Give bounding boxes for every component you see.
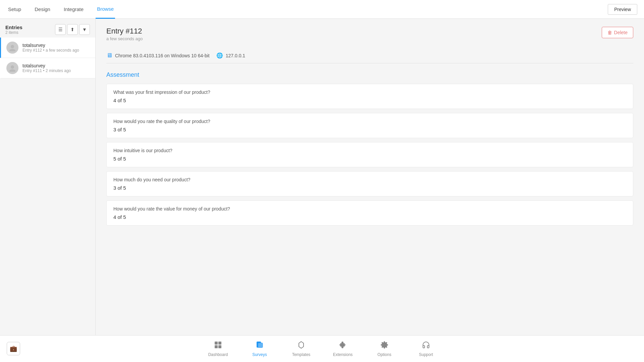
main-area: Entries 2 items ☰ ⬆ ▼ (0, 19, 644, 335)
sidebar-title-block: Entries 2 items (5, 24, 22, 35)
device-text: Chrome 83.0.4103.116 on Windows 10 64-bi… (115, 53, 210, 58)
extensions-icon (339, 341, 347, 351)
options-label: Options (377, 352, 391, 357)
sidebar-actions: ☰ ⬆ ▼ (55, 24, 90, 35)
support-icon (422, 341, 430, 351)
extensions-label: Extensions (333, 352, 353, 357)
portfolio-icon-button[interactable]: 💼 (7, 342, 20, 355)
globe-icon: 🌐 (216, 52, 223, 59)
answer-text: 5 of 5 (113, 156, 626, 162)
options-icon (380, 341, 388, 351)
filter-icon: ▼ (82, 27, 87, 32)
entry-info: totalsurvey Entry #112 • a few seconds a… (22, 43, 79, 53)
dashboard-label: Dashboard (208, 352, 228, 357)
bottom-nav-support[interactable]: Support (415, 341, 437, 357)
list-icon: ☰ (58, 27, 63, 32)
templates-icon (297, 341, 305, 351)
trash-icon: 🗑 (607, 30, 612, 35)
entry-item[interactable]: totalsurvey Entry #111 • 2 minutes ago (0, 58, 95, 78)
answer-text: 3 of 5 (113, 127, 626, 132)
question-text: How intuitive is our product? (113, 148, 626, 153)
bottom-navigation: Dashboard Surveys Templates Extensions O… (0, 335, 644, 362)
question-text: How would you rate the value for money o… (113, 206, 626, 212)
nav-design[interactable]: Design (33, 0, 52, 18)
svg-rect-4 (215, 342, 218, 345)
briefcase-icon: 💼 (10, 345, 17, 352)
nav-setup[interactable]: Setup (7, 0, 22, 18)
svg-rect-7 (218, 345, 221, 348)
question-card-2: How would you rate the quality of our pr… (106, 113, 633, 138)
entry-meta: Entry #112 • a few seconds ago (22, 48, 79, 53)
bottom-nav-surveys[interactable]: Surveys (249, 341, 270, 357)
surveys-label: Surveys (252, 352, 267, 357)
svg-point-3 (9, 69, 15, 72)
sidebar-count: 2 items (5, 30, 22, 35)
entry-item[interactable]: totalsurvey Entry #112 • a few seconds a… (0, 38, 95, 58)
bottom-nav-templates[interactable]: Templates (290, 341, 312, 357)
dashboard-icon (214, 341, 222, 351)
svg-rect-9 (258, 343, 263, 348)
sidebar-title: Entries (5, 24, 22, 30)
device-info-item: 🖥 Chrome 83.0.4103.116 on Windows 10 64-… (106, 52, 210, 59)
section-title: Assessment (106, 71, 633, 78)
question-text: What was your first impression of our pr… (113, 89, 626, 95)
svg-marker-10 (299, 342, 304, 348)
avatar (6, 42, 18, 54)
ip-info-item: 🌐 127.0.0.1 (216, 52, 245, 59)
entry-meta: Entry #111 • 2 minutes ago (22, 68, 71, 73)
entry-name: totalsurvey (22, 43, 79, 48)
bottom-nav-extensions[interactable]: Extensions (332, 341, 354, 357)
upload-button[interactable]: ⬆ (67, 24, 78, 35)
entry-info: totalsurvey Entry #111 • 2 minutes ago (22, 63, 71, 73)
top-navigation: Setup Design Integrate Browse Preview (0, 0, 644, 19)
monitor-icon: 🖥 (106, 52, 112, 59)
bottom-nav-dashboard[interactable]: Dashboard (207, 341, 229, 357)
delete-label: Delete (614, 30, 628, 35)
bottom-nav-options[interactable]: Options (374, 341, 395, 357)
filter-button[interactable]: ▼ (79, 24, 90, 35)
question-text: How much do you need our product? (113, 177, 626, 182)
preview-button[interactable]: Preview (608, 4, 637, 15)
svg-point-1 (9, 49, 15, 51)
list-view-button[interactable]: ☰ (55, 24, 66, 35)
entry-name: totalsurvey (22, 63, 71, 68)
answer-text: 4 of 5 (113, 214, 626, 220)
device-info-bar: 🖥 Chrome 83.0.4103.116 on Windows 10 64-… (106, 48, 633, 63)
assessment-section: Assessment What was your first impressio… (106, 71, 633, 226)
question-card-4: How much do you need our product? 3 of 5 (106, 171, 633, 196)
question-text: How would you rate the quality of our pr… (113, 119, 626, 124)
svg-rect-5 (218, 342, 221, 345)
answer-text: 3 of 5 (113, 185, 626, 191)
entry-title: Entry #112 (106, 27, 143, 36)
nav-browse[interactable]: Browse (96, 0, 115, 19)
ip-text: 127.0.0.1 (226, 53, 245, 58)
nav-integrate[interactable]: Integrate (62, 0, 85, 18)
svg-rect-6 (215, 345, 218, 348)
answer-text: 4 of 5 (113, 98, 626, 103)
upload-icon: ⬆ (70, 27, 74, 32)
svg-point-2 (11, 65, 14, 69)
question-card-5: How would you rate the value for money o… (106, 200, 633, 226)
svg-point-0 (11, 45, 14, 48)
nav-links: Setup Design Integrate Browse (7, 0, 115, 19)
question-card-3: How intuitive is our product? 5 of 5 (106, 142, 633, 167)
content-header: Entry #112 a few seconds ago 🗑 Delete (106, 27, 633, 41)
question-card-1: What was your first impression of our pr… (106, 84, 633, 109)
support-label: Support (419, 352, 433, 357)
entry-header-info: Entry #112 a few seconds ago (106, 27, 143, 41)
entry-timestamp: a few seconds ago (106, 36, 143, 41)
content-area: Entry #112 a few seconds ago 🗑 Delete 🖥 … (96, 19, 644, 335)
surveys-icon (256, 341, 264, 351)
delete-button[interactable]: 🗑 Delete (602, 27, 633, 38)
templates-label: Templates (292, 352, 311, 357)
entry-list: totalsurvey Entry #112 • a few seconds a… (0, 38, 95, 335)
avatar (6, 62, 18, 74)
sidebar: Entries 2 items ☰ ⬆ ▼ (0, 19, 96, 335)
sidebar-header: Entries 2 items ☰ ⬆ ▼ (0, 19, 95, 38)
